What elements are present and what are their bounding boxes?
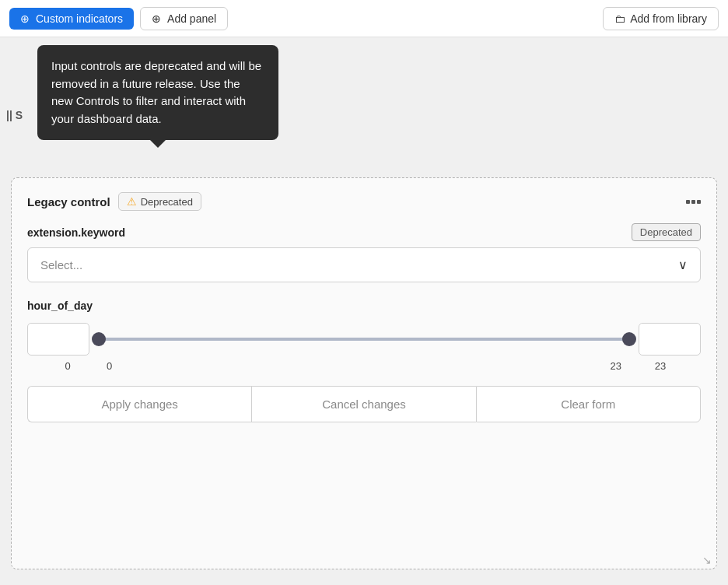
deprecated-badge-label: Deprecated bbox=[141, 196, 193, 208]
top-bar: ⊕ Custom indicators ⊕ Add panel 🗀 Add fr… bbox=[0, 0, 728, 37]
slider-thumb-left[interactable] bbox=[92, 332, 106, 346]
tab-inactive-label: Add panel bbox=[167, 12, 216, 25]
panel-header: Legacy control ⚠ Deprecated bbox=[27, 192, 701, 211]
slider-row bbox=[27, 323, 701, 356]
select-placeholder: Select... bbox=[40, 258, 82, 271]
tab-add-panel[interactable]: ⊕ Add panel bbox=[140, 7, 228, 30]
slider-right-value-label: 23 bbox=[629, 360, 691, 372]
menu-dot-2 bbox=[691, 200, 695, 204]
slider-values: 0 0 23 23 bbox=[27, 360, 701, 372]
slider-thumb-right[interactable] bbox=[622, 332, 636, 346]
slider-left-value-label: 0 bbox=[37, 360, 99, 372]
deprecated-badge[interactable]: ⚠ Deprecated bbox=[118, 192, 201, 211]
add-library-label: Add from library bbox=[630, 12, 707, 25]
panel-menu-button[interactable] bbox=[686, 200, 701, 204]
select-dropdown[interactable]: Select... ∨ bbox=[27, 247, 701, 282]
menu-dot-1 bbox=[686, 200, 690, 204]
slider-fill bbox=[99, 338, 629, 341]
add-from-library-button[interactable]: 🗀 Add from library bbox=[603, 7, 719, 30]
action-buttons: Apply changes Cancel changes Clear form bbox=[27, 386, 701, 422]
legacy-control-panel: Legacy control ⚠ Deprecated extension.ke… bbox=[11, 177, 717, 569]
menu-dot-3 bbox=[697, 200, 701, 204]
deprecated-pill: Deprecated bbox=[632, 223, 701, 241]
field1-header-row: extension.keyword Deprecated bbox=[27, 223, 701, 241]
slider-track bbox=[99, 338, 629, 341]
slider-max-input[interactable] bbox=[639, 323, 701, 356]
chevron-down-icon: ∨ bbox=[678, 257, 688, 272]
tab-custom-indicators[interactable]: ⊕ Custom indicators bbox=[9, 8, 134, 30]
cancel-changes-button[interactable]: Cancel changes bbox=[251, 386, 475, 422]
slider-track-max-label: 23 bbox=[611, 360, 621, 372]
field2-label: hour_of_day bbox=[27, 300, 701, 312]
field1-label: extension.keyword bbox=[27, 226, 125, 239]
warning-icon: ⚠ bbox=[127, 195, 137, 208]
sidebar-handle-label: || S bbox=[6, 109, 23, 121]
add-library-icon: 🗀 bbox=[614, 12, 625, 25]
slider-track-min-label: 0 bbox=[107, 360, 112, 372]
add-panel-icon: ⊕ bbox=[152, 12, 161, 25]
tooltip-text: Input controls are deprecated and will b… bbox=[51, 59, 261, 125]
slider-track-container bbox=[99, 323, 629, 356]
apply-changes-button[interactable]: Apply changes bbox=[27, 386, 251, 422]
tab-active-label: Custom indicators bbox=[36, 12, 123, 25]
resize-handle[interactable]: ↘ bbox=[702, 555, 712, 564]
tooltip-container: Input controls are deprecated and will b… bbox=[37, 45, 278, 140]
custom-indicators-icon: ⊕ bbox=[20, 12, 30, 25]
panel-title: Legacy control bbox=[27, 195, 110, 208]
tooltip-box: Input controls are deprecated and will b… bbox=[37, 45, 278, 140]
slider-min-input[interactable] bbox=[27, 323, 89, 356]
clear-form-button[interactable]: Clear form bbox=[476, 386, 701, 422]
